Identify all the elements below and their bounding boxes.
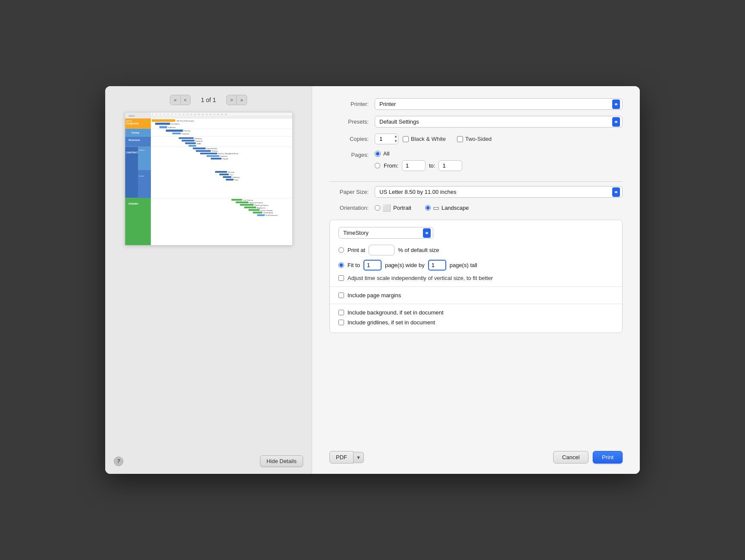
- timestory-select-wrapper: TimeStory: [338, 227, 433, 239]
- presets-select[interactable]: Default Settings: [375, 116, 623, 128]
- printer-label: Printer:: [329, 101, 375, 107]
- svg-text:Paint: Paint: [234, 179, 238, 181]
- page-indicator: 1 of 1: [194, 96, 223, 103]
- svg-text:Inspection: Inspection: [182, 133, 189, 135]
- settings-panel: Printer: Printer Presets: Default Settin…: [312, 86, 640, 474]
- svg-rect-78: [225, 179, 233, 180]
- copies-increment-button[interactable]: ▲: [394, 135, 398, 138]
- print-at-suffix: % of default size: [398, 247, 439, 253]
- include-margins-checkbox[interactable]: [338, 292, 344, 298]
- pdf-button[interactable]: PDF: [329, 451, 354, 464]
- printer-select[interactable]: Printer: [375, 98, 623, 110]
- svg-rect-84: [240, 204, 254, 206]
- svg-text:Trim: Trim: [229, 174, 233, 176]
- landscape-icon: ▭: [433, 204, 439, 212]
- printer-row: Printer: Printer: [329, 98, 623, 110]
- svg-rect-66: [200, 152, 217, 154]
- portrait-radio[interactable]: [375, 205, 380, 211]
- last-page-button[interactable]: »: [237, 95, 246, 105]
- print-at-radio[interactable]: [338, 247, 344, 253]
- cancel-button[interactable]: Cancel: [553, 451, 588, 464]
- copies-decrement-button[interactable]: ▼: [394, 140, 398, 143]
- prev-page-button[interactable]: <: [181, 95, 190, 105]
- fit-to-tall-label: page(s) tall: [450, 262, 477, 268]
- pages-to-label: to:: [429, 162, 435, 169]
- svg-rect-72: [215, 171, 227, 173]
- svg-text:Drywall: Drywall: [222, 158, 228, 160]
- first-page-button[interactable]: «: [170, 95, 180, 105]
- svg-rect-62: [193, 147, 206, 149]
- paper-size-row: Paper Size: US Letter 8.50 by 11.00 inch…: [329, 186, 623, 198]
- svg-text:LOT &: LOT &: [126, 120, 132, 122]
- paper-size-select-wrapper: US Letter 8.50 by 11.00 inches: [375, 186, 623, 198]
- include-gridlines-row: Include gridlines, if set in document: [338, 319, 614, 326]
- include-background-checkbox[interactable]: [338, 310, 344, 315]
- timestory-select[interactable]: TimeStory: [338, 227, 433, 239]
- svg-text:Exterior Siding/Brick/Stone: Exterior Siding/Brick/Stone: [218, 152, 238, 155]
- paper-size-select[interactable]: US Letter 8.50 by 11.00 inches: [375, 186, 623, 198]
- svg-text:17: 17: [213, 113, 215, 115]
- svg-text:Appliances: Appliances: [257, 207, 265, 209]
- fit-to-radio[interactable]: [338, 262, 344, 268]
- nav-forward-group: > »: [226, 95, 247, 105]
- orientation-label: Orientation:: [329, 205, 375, 211]
- svg-text:Line Cleanup: Line Cleanup: [243, 199, 253, 201]
- svg-text:Roofing: Roofing: [211, 150, 217, 152]
- svg-text:Plumbing Fixtures: Plumbing Fixtures: [254, 204, 268, 206]
- help-button[interactable]: ?: [114, 457, 123, 466]
- svg-text:Final Inspection: Final Inspection: [266, 214, 278, 216]
- pages-from-input[interactable]: [402, 160, 426, 171]
- print-button[interactable]: Print: [593, 451, 623, 464]
- pages-all-option: All: [375, 150, 462, 157]
- svg-rect-57: [182, 140, 194, 142]
- svg-rect-64: [196, 150, 211, 152]
- landscape-label: Landscape: [441, 205, 469, 211]
- pages-from-row: From: to:: [375, 160, 462, 171]
- fit-to-wide-input[interactable]: [363, 260, 382, 271]
- print-at-label: Print at: [347, 247, 365, 253]
- presets-label: Presets:: [329, 118, 375, 125]
- svg-text:Exterior: Exterior: [139, 149, 145, 151]
- include-gridlines-checkbox[interactable]: [338, 320, 344, 325]
- svg-text:Flooring: Flooring: [228, 171, 234, 173]
- svg-rect-86: [244, 207, 256, 208]
- pdf-button-group: PDF ▼: [329, 451, 364, 464]
- svg-text:FINISHING: FINISHING: [128, 203, 138, 205]
- black-white-checkbox[interactable]: [403, 136, 409, 142]
- two-sided-checkbox[interactable]: [457, 136, 463, 142]
- action-buttons: Cancel Print: [553, 451, 623, 464]
- copies-input-wrapper: ▲ ▼: [375, 134, 398, 144]
- include-margins-row: Include page margins: [338, 292, 614, 299]
- print-at-row: Print at % of default size: [338, 245, 614, 255]
- orientation-row: Orientation: ⬜ Portrait ▭ Landscape: [329, 204, 623, 212]
- fit-to-tall-input[interactable]: [428, 260, 446, 271]
- page-preview: WEEK 123 456 789 101112 131415 161718 19…: [125, 112, 293, 246]
- svg-text:Interior: Interior: [139, 175, 144, 177]
- svg-rect-61: [188, 145, 196, 147]
- svg-rect-92: [257, 214, 265, 216]
- next-page-button[interactable]: >: [227, 95, 237, 105]
- include-background-row: Include background, if set in document: [338, 309, 614, 316]
- adjust-time-scale-checkbox[interactable]: [338, 275, 344, 281]
- pages-all-radio[interactable]: [375, 151, 381, 157]
- timestory-select-row: TimeStory: [338, 227, 614, 239]
- paper-size-label: Paper Size:: [329, 189, 375, 195]
- pdf-dropdown-button[interactable]: ▼: [354, 452, 364, 463]
- hide-details-button[interactable]: Hide Details: [260, 455, 303, 467]
- landscape-radio[interactable]: [425, 205, 431, 211]
- copies-control: ▲ ▼ Black & White Two-Sided: [375, 134, 623, 144]
- svg-rect-82: [235, 202, 248, 203]
- printer-select-wrapper: Printer: [375, 98, 623, 110]
- svg-text:Framing: Framing: [131, 132, 139, 134]
- svg-text:7: 7: [175, 113, 176, 115]
- preview-panel: « < 1 of 1 > » WEEK 123: [105, 86, 312, 474]
- two-sided-label: Two-Sided: [465, 136, 491, 142]
- pages-label: Pages:: [329, 152, 375, 158]
- pages-to-input[interactable]: [438, 160, 462, 171]
- pages-from-radio[interactable]: [375, 163, 380, 168]
- svg-text:HVAC: HVAC: [197, 143, 201, 145]
- svg-rect-88: [248, 209, 260, 211]
- svg-text:Inspection: Inspection: [168, 126, 175, 128]
- print-at-input[interactable]: [369, 245, 394, 255]
- copies-label: Copies:: [329, 136, 375, 142]
